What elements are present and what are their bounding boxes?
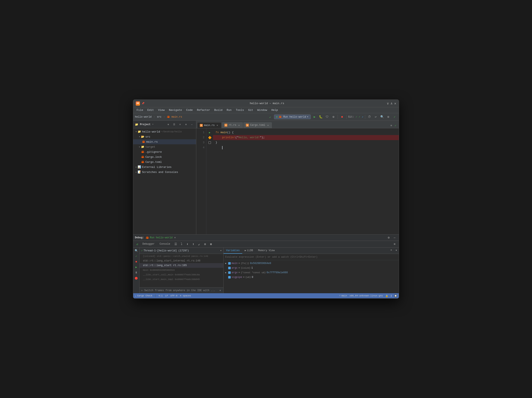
run-config-icon[interactable]: ⚙	[331, 114, 336, 119]
history-icon[interactable]: ⏱	[367, 114, 372, 119]
stop-icon[interactable]: ■	[340, 114, 345, 119]
tabs-more-button[interactable]: ≡	[390, 123, 393, 128]
menu-view[interactable]: View	[156, 108, 166, 112]
sidebar-sort-icon[interactable]: ☰	[172, 122, 177, 127]
var-item-main[interactable]: ▶ main = {fn()} 0x5620859664e0	[224, 261, 399, 266]
menu-file[interactable]: File	[135, 108, 145, 112]
run-play-icon[interactable]: ▶	[312, 114, 317, 119]
run-dropdown-icon[interactable]: ▾	[307, 115, 308, 118]
tab-cargo-toml[interactable]: R Cargo.toml ✕	[243, 122, 272, 128]
debug-stepinto-icon[interactable]: ⬇	[185, 242, 190, 247]
menu-tools[interactable]: Tools	[234, 108, 246, 112]
menu-help[interactable]: Help	[270, 108, 279, 112]
thread-dropdown-icon[interactable]: ▾	[220, 249, 222, 252]
minimize-icon[interactable]: ∨	[387, 101, 389, 106]
debug-tab-debugger[interactable]: Debugger	[140, 242, 157, 247]
debug-tool-stop[interactable]: ■	[134, 259, 139, 264]
tab-rt-rs[interactable]: R rt.rs ✕	[222, 122, 243, 128]
menu-refactor[interactable]: Refactor	[195, 108, 212, 112]
frame-item-6[interactable]: __libc_start_main_impl 0x00007f4a6c398d4…	[139, 277, 223, 282]
code-editor[interactable]: 1 2 3 4 ▶ 🔶 fn	[196, 128, 399, 234]
sidebar-scope-icon[interactable]: ⊕	[166, 122, 171, 127]
breadcrumb-file[interactable]: 🦀 main.rs	[167, 116, 182, 118]
tab-close-cargo-toml[interactable]: ✕	[266, 124, 269, 127]
status-branch[interactable]: ⑂ main	[339, 294, 347, 297]
fold-marker-3[interactable]	[209, 141, 211, 144]
checkmark-editor-icon[interactable]: ✓	[392, 114, 397, 119]
debug-icon[interactable]: 🐛	[318, 114, 323, 119]
debug-tool-active[interactable]: ✓	[134, 254, 139, 259]
breadcrumb-src[interactable]: src	[157, 116, 162, 118]
frame-item-3[interactable]: std::rt::lang_start rt.rs:165	[139, 263, 223, 268]
tree-item-main-rs[interactable]: 🦀 main.rs	[133, 139, 196, 144]
var-item-argc[interactable]: argc = {isize} 1	[224, 266, 399, 270]
status-info-icon[interactable]: ℹ	[391, 294, 392, 297]
debug-close-tab-icon[interactable]: ✕	[174, 236, 176, 239]
tab-main-rs[interactable]: R main.rs ✕	[197, 122, 222, 128]
frame-bar-close-icon[interactable]: ✕	[219, 289, 222, 292]
eval-bar[interactable]: Evaluate expression (Enter) or add a wat…	[224, 254, 399, 260]
git-push-icon[interactable]: ↗	[362, 116, 363, 118]
status-line-ending[interactable]: LF	[165, 294, 168, 297]
frame-item-2[interactable]: std::rt::lang_start_internal rt.rs:148	[139, 259, 223, 263]
tree-item-cargo-toml[interactable]: 🦀 Cargo.toml	[133, 159, 196, 164]
debug-layout-icon[interactable]: ⊞	[392, 242, 397, 247]
var-add-watch-icon[interactable]: +	[389, 248, 394, 253]
debug-restart-icon[interactable]: ↺	[135, 242, 139, 247]
var-expand-argv[interactable]: ▶	[225, 271, 228, 274]
tab-close-rt-rs[interactable]: ✕	[237, 124, 240, 127]
debug-tool-search[interactable]: 🔍	[134, 248, 139, 253]
menu-code[interactable]: Code	[184, 108, 194, 112]
var-item-argv[interactable]: ▶ argv = {*const *const u8} 0x7fff09e1e0…	[224, 270, 399, 275]
tree-item-target[interactable]: ▸ 📁 target	[133, 144, 196, 149]
debug-hide-icon[interactable]: —	[392, 235, 397, 240]
frame-item-1[interactable]: [inlined] std::panic::catch_unwind panic…	[139, 254, 223, 259]
search-icon[interactable]: 🔍	[380, 114, 385, 119]
close-icon[interactable]: ✕	[394, 101, 396, 106]
sidebar-sort2-icon[interactable]: ≡	[177, 122, 183, 127]
var-item-sigpipe[interactable]: sigpipe = {u8} 0	[224, 275, 399, 280]
gutter-run-btn[interactable]: ▶	[206, 130, 213, 135]
debug-tool-bp[interactable]: ⬤	[134, 276, 139, 281]
var-tab-variables[interactable]: Variables	[224, 248, 242, 254]
coverage-icon[interactable]: 🛡	[325, 114, 330, 119]
tree-item-root[interactable]: ▾ 📁 hello-world ~/Desktop/hello	[133, 129, 196, 134]
debug-settings-icon[interactable]: ⚙	[386, 235, 391, 240]
debug-tool-resume[interactable]: ▶	[134, 265, 139, 269]
tree-item-gitignore[interactable]: 🦀 .gitignore	[133, 149, 196, 154]
navigate-back-icon[interactable]: ↙	[268, 114, 273, 119]
tree-item-scratches[interactable]: ▸ 📝 Scratches and Consoles	[133, 170, 196, 175]
tree-item-src[interactable]: ▾ 📂 src	[133, 134, 196, 139]
tab-close-main-rs[interactable]: ✕	[216, 124, 219, 127]
run-button[interactable]: ▶ 🦀 Run hello-world ▾	[274, 114, 311, 119]
breadcrumb-project[interactable]: hello-world	[135, 116, 152, 118]
menu-window[interactable]: Window	[256, 108, 269, 112]
status-encoding[interactable]: UTF-8	[171, 294, 177, 297]
menu-build[interactable]: Build	[213, 108, 224, 112]
sidebar-gear-icon[interactable]: ⚙	[184, 122, 189, 127]
debug-threads-icon[interactable]: ☰	[173, 242, 178, 247]
debug-forceinto-icon[interactable]: ↙	[197, 242, 202, 247]
menu-run[interactable]: Run	[225, 108, 233, 112]
status-indent[interactable]: 4 spaces	[180, 294, 191, 297]
pin-icon[interactable]: 📌	[142, 102, 145, 105]
var-more-icon[interactable]: ▾	[394, 248, 399, 253]
frame-item-4[interactable]: main 0x000056208596652e	[139, 268, 223, 272]
editor-save-icon[interactable]: ✓	[393, 123, 398, 128]
git-tick1-icon[interactable]: ✓	[356, 116, 357, 118]
frame-item-5[interactable]: __libc_start_call_main 0x00007f4a6c398c8…	[139, 272, 223, 277]
sidebar-close-icon[interactable]: —	[189, 122, 194, 127]
var-expand-main[interactable]: ▶	[225, 262, 228, 265]
menu-edit[interactable]: Edit	[146, 108, 155, 112]
maximize-icon[interactable]: ∧	[391, 101, 393, 106]
code-content[interactable]: fn main () { println! (" Hello, world! "…	[213, 128, 399, 234]
var-tab-memory[interactable]: Memory View	[255, 248, 277, 254]
settings-icon[interactable]: ⚙	[386, 114, 391, 119]
status-power-icon[interactable]: 🔲	[394, 294, 397, 297]
tree-item-external-libraries[interactable]: ▸ 📊 External Libraries	[133, 164, 196, 170]
status-position[interactable]: 4:1	[158, 294, 163, 297]
debug-frames-icon[interactable]: ▤	[203, 242, 208, 247]
thread-selector[interactable]: ✓ Thread-1-[hello-world] (17297) ▾	[139, 248, 223, 254]
rollback-icon[interactable]: ↩	[373, 114, 378, 119]
debug-vars-icon[interactable]: ▦	[209, 242, 214, 247]
